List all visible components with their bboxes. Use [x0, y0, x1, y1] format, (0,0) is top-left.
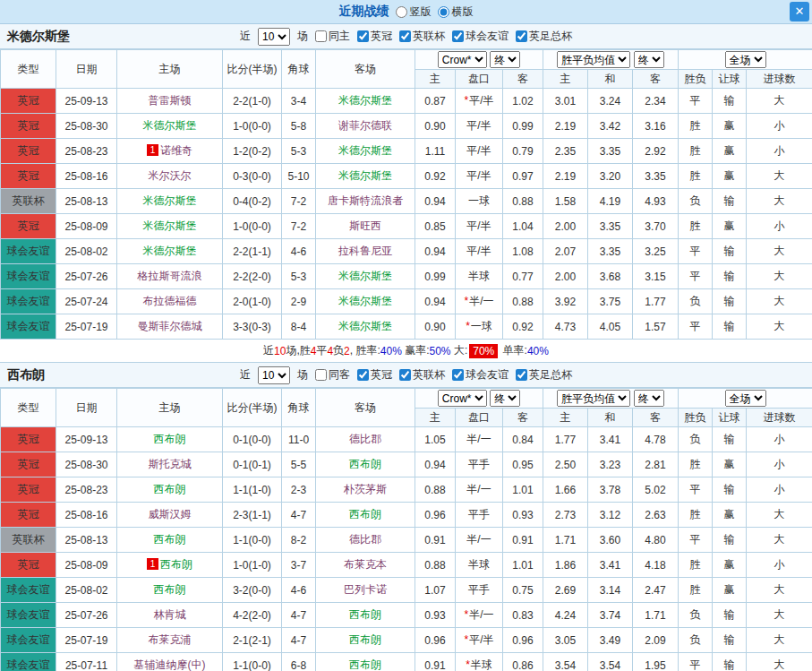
home-team-link[interactable]: 布莱克浦	[117, 628, 223, 653]
away-team-link[interactable]: 西布朗	[316, 653, 415, 671]
same-away-checkbox-input[interactable]	[315, 369, 327, 381]
home-team-link[interactable]: 曼斯菲尔德城	[117, 314, 223, 340]
away-team-link[interactable]: 斯旺西	[316, 214, 415, 239]
league-checkbox-eflcup-input[interactable]	[399, 369, 411, 381]
odds-company-select[interactable]: Crow*	[438, 51, 487, 68]
league-checkbox-facup-input[interactable]	[516, 369, 527, 381]
match-score: 1-1(1-0)	[223, 477, 282, 503]
handicap-cell: 半球	[456, 264, 503, 289]
home-team-link[interactable]: 威斯汉姆	[117, 503, 223, 528]
home-team-link[interactable]: 西布朗	[117, 528, 223, 553]
home-team-link[interactable]: 1西布朗	[117, 553, 223, 578]
sub-header-away-odds: 客	[503, 409, 543, 427]
match-row: 球会友谊25-07-11基辅迪纳摩(中)1-1(0-0)6-8西布朗0.91*半…	[1, 653, 812, 671]
home-team-link[interactable]: 米德尔斯堡	[117, 189, 223, 214]
avg-final-select[interactable]: 终	[634, 390, 664, 407]
away-team-link[interactable]: 谢菲尔德联	[316, 114, 415, 139]
away-team-link[interactable]: 西布朗	[316, 503, 415, 528]
home-team-link[interactable]: 格拉斯哥流浪	[117, 264, 223, 289]
avg-final-select[interactable]: 终	[634, 51, 664, 68]
league-checkbox-friendly-input[interactable]	[452, 369, 464, 381]
vertical-radio-input[interactable]	[396, 6, 407, 18]
away-team-link[interactable]: 唐卡斯特流浪者	[316, 189, 415, 214]
league-checkbox-eflcup[interactable]: 英联杯	[399, 367, 445, 383]
league-checkbox-friendly[interactable]: 球会友谊	[452, 29, 509, 44]
away-team-link[interactable]: 西布朗	[316, 628, 415, 653]
match-date: 25-07-26	[56, 603, 117, 628]
home-team-link[interactable]: 米德尔斯堡	[117, 114, 223, 139]
away-team-link[interactable]: 西布朗	[316, 452, 415, 477]
handicap-text: 一球	[468, 194, 490, 207]
away-team-link[interactable]: 朴茨茅斯	[316, 477, 415, 503]
league-checkbox-facup[interactable]: 英足总杯	[516, 367, 572, 383]
home-team-link[interactable]: 西布朗	[117, 427, 223, 452]
home-team-link[interactable]: 布拉德福德	[117, 289, 223, 314]
period-select[interactable]: 全场	[725, 390, 766, 407]
away-team-link[interactable]: 布莱克本	[316, 553, 415, 578]
away-odds: 1.04	[503, 214, 543, 239]
home-team-link[interactable]: 斯托克城	[117, 452, 223, 477]
home-team-link[interactable]: 1诺维奇	[117, 139, 223, 164]
period-select[interactable]: 全场	[725, 51, 766, 68]
league-checkbox-championship[interactable]: 英冠	[357, 367, 392, 383]
match-score: 0-1(0-0)	[223, 427, 282, 452]
league-checkbox-facup-input[interactable]	[516, 30, 527, 42]
match-count-select[interactable]: 10	[258, 28, 290, 46]
same-home-checkbox[interactable]: 同主	[315, 29, 350, 44]
away-team-link[interactable]: 米德尔斯堡	[316, 164, 415, 189]
horizontal-radio-input[interactable]	[438, 6, 449, 18]
layout-vertical-radio[interactable]: 竖版	[396, 4, 432, 20]
match-date: 25-08-09	[56, 214, 117, 239]
handicap-cell: *半/一	[456, 289, 503, 314]
away-team-link[interactable]: 米德尔斯堡	[316, 264, 415, 289]
handicap-star-icon: *	[464, 94, 468, 107]
corner-score: 5-10	[282, 164, 316, 189]
corner-score: 4-7	[282, 503, 316, 528]
handicap-text: 一球	[471, 320, 492, 332]
home-team-link[interactable]: 普雷斯顿	[117, 89, 223, 114]
league-checkbox-championship[interactable]: 英冠	[357, 29, 392, 44]
odds-company-select[interactable]: Crow*	[438, 390, 487, 407]
handicap-text: 平/半	[469, 94, 493, 107]
match-date: 25-08-16	[56, 164, 117, 189]
home-team-link[interactable]: 米德尔斯堡	[117, 214, 223, 239]
away-team-link[interactable]: 巴列卡诺	[316, 578, 415, 603]
league-checkbox-facup[interactable]: 英足总杯	[516, 29, 572, 44]
handicap-star-icon: *	[464, 633, 468, 646]
avg-draw-odds: 3.14	[588, 578, 633, 603]
avg-type-select[interactable]: 胜平负均值	[557, 51, 630, 68]
summary-part: 负	[333, 343, 344, 358]
layout-horizontal-radio[interactable]: 横版	[438, 4, 474, 20]
odds-final-select[interactable]: 终	[490, 390, 520, 407]
home-team-link[interactable]: 西布朗	[117, 578, 223, 603]
home-team-link[interactable]: 基辅迪纳摩(中)	[117, 653, 223, 671]
same-away-checkbox[interactable]: 同客	[315, 367, 350, 383]
away-team-link[interactable]: 拉科鲁尼亚	[316, 239, 415, 264]
odds-final-select[interactable]: 终	[490, 51, 520, 68]
league-checkbox-friendly[interactable]: 球会友谊	[452, 367, 509, 383]
home-team-link[interactable]: 林肯城	[117, 603, 223, 628]
league-checkbox-friendly-input[interactable]	[452, 30, 464, 42]
avg-type-select[interactable]: 胜平负均值	[557, 390, 630, 407]
away-team-link[interactable]: 米德尔斯堡	[316, 89, 415, 114]
away-team-link[interactable]: 米德尔斯堡	[316, 314, 415, 340]
match-count-select[interactable]: 10	[258, 366, 290, 384]
match-score: 3-3(0-3)	[223, 314, 282, 340]
away-odds: 1.02	[503, 89, 543, 114]
away-team-link[interactable]: 德比郡	[316, 427, 415, 452]
league-checkbox-championship-input[interactable]	[357, 30, 369, 42]
league-checkbox-eflcup-input[interactable]	[399, 30, 411, 42]
close-icon[interactable]	[790, 2, 809, 22]
league-checkbox-championship-input[interactable]	[357, 369, 369, 381]
home-team-link[interactable]: 米尔沃尔	[117, 164, 223, 189]
away-team-link[interactable]: 德比郡	[316, 528, 415, 553]
away-team-link[interactable]: 米德尔斯堡	[316, 139, 415, 164]
home-team-link[interactable]: 西布朗	[117, 477, 223, 503]
league-checkbox-eflcup[interactable]: 英联杯	[399, 29, 445, 44]
away-team-link[interactable]: 米德尔斯堡	[316, 289, 415, 314]
same-home-checkbox-input[interactable]	[315, 30, 327, 42]
team-name-text: 朴茨茅斯	[344, 483, 387, 495]
away-team-link[interactable]: 西布朗	[316, 603, 415, 628]
home-team-link[interactable]: 米德尔斯堡	[117, 239, 223, 264]
result-wdl: 平	[679, 89, 713, 114]
